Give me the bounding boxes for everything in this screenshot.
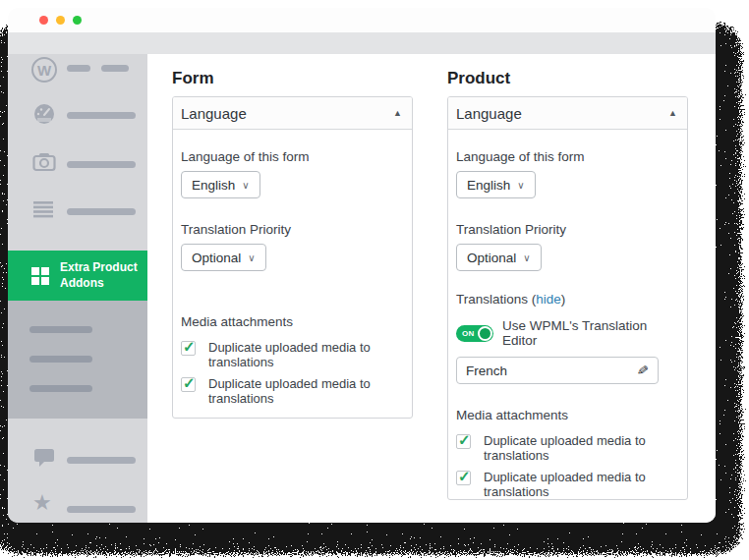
form-language-card-header[interactable]: Language ▲ [173,97,412,130]
product-priority-label: Translation Priority [456,222,679,237]
form-panel: Form Language ▲ Language of this form En… [172,69,413,523]
checkbox-checked-icon[interactable]: ✓ [456,471,471,485]
translations-heading: Translations (hide) [456,292,679,307]
sidebar-submenu-placeholder [8,301,147,419]
window-titlebar [8,8,716,32]
wp-admin-sidebar: W [8,54,147,523]
toggle-on-switch[interactable]: ON [456,325,493,342]
placeholder-line [67,208,136,215]
collapse-arrow-icon[interactable]: ▲ [668,108,677,118]
product-language-card: Language ▲ Language of this form English… [447,96,688,500]
product-priority-value: Optional [467,251,516,265]
toggle-label: Use WPML's Translation Editor [502,318,679,348]
checkbox-checked-icon[interactable]: ✓ [181,377,196,392]
hide-link[interactable]: hide [536,292,561,307]
product-language-card-header[interactable]: Language ▲ [448,97,687,130]
wordpress-logo-icon: W [31,57,57,83]
pencil-edit-icon[interactable]: ✎ [636,362,650,378]
product-duplicate-media-checkbox-row-1[interactable]: ✓ Duplicate uploaded media to translatio… [456,433,679,464]
toggle-knob [478,326,492,341]
admin-bar-placeholder [8,32,716,54]
form-priority-select[interactable]: Optional ∨ [181,244,266,271]
card-title: Language [181,105,247,122]
product-language-label: Language of this form [456,149,679,164]
camera-icon [32,152,56,176]
form-panel-title: Form [172,69,413,88]
placeholder-line [67,112,136,119]
checkbox-checked-icon[interactable]: ✓ [181,341,196,356]
form-media-label: Media attachments [181,314,404,329]
translation-language-value: French [466,364,507,378]
form-priority-label: Translation Priority [181,222,404,237]
placeholder-line [29,385,92,392]
form-duplicate-media-checkbox-row-1[interactable]: ✓ Duplicate uploaded media to translatio… [181,340,404,370]
grid-icon [31,267,48,284]
placeholder-line [67,506,136,513]
sidebar-item-extra-product-addons[interactable]: Extra Product Addons [8,251,147,301]
chevron-down-icon: ∨ [517,180,524,191]
product-priority-select[interactable]: Optional ∨ [456,244,542,271]
form-language-select[interactable]: English ∨ [181,171,260,198]
placeholder-line [67,457,136,464]
chevron-down-icon: ∨ [242,180,249,191]
product-panel: Product Language ▲ Language of this form… [447,69,688,523]
comment-icon [34,449,54,472]
product-language-select[interactable]: English ∨ [456,171,536,198]
zoom-window-icon[interactable] [73,16,82,25]
star-icon: ★ [32,492,52,514]
form-language-label: Language of this form [181,149,404,164]
translation-editor-toggle-row: ON Use WPML's Translation Editor [456,318,679,348]
product-language-value: English [467,178,510,193]
checkbox-label: Duplicate uploaded media to translations [484,433,665,464]
checkbox-checked-icon[interactable]: ✓ [456,434,471,449]
toggle-state-label: ON [462,329,475,338]
checkbox-label: Duplicate uploaded media to translations [208,340,390,370]
checkbox-label: Duplicate uploaded media to translations [484,470,665,500]
content-area: Form Language ▲ Language of this form En… [147,54,716,523]
collapse-arrow-icon[interactable]: ▲ [393,108,402,118]
product-duplicate-media-checkbox-row-2[interactable]: ✓ Duplicate uploaded media to translatio… [456,470,679,500]
card-title: Language [456,105,522,122]
chevron-down-icon: ∨ [523,252,530,263]
placeholder-line [29,326,92,333]
placeholder-line [67,161,136,168]
translation-language-field[interactable]: French ✎ [456,357,659,384]
minimize-window-icon[interactable] [56,16,65,25]
placeholder-line [101,65,129,72]
product-media-label: Media attachments [456,408,679,422]
translations-label: Translations [456,292,528,307]
placeholder-line [29,356,92,363]
form-priority-value: Optional [192,251,241,265]
checkbox-label: Duplicate uploaded media to translations [208,376,390,407]
form-language-card: Language ▲ Language of this form English… [172,96,413,419]
form-duplicate-media-checkbox-row-2[interactable]: ✓ Duplicate uploaded media to translatio… [181,376,404,407]
sidebar-item-label: Extra Product Addons [60,260,139,291]
browser-window: W [8,8,716,523]
close-window-icon[interactable] [39,16,48,25]
placeholder-line [67,65,90,72]
form-language-value: English [192,178,235,193]
dashboard-gauge-icon [33,103,55,129]
product-panel-title: Product [447,69,688,88]
list-lines-icon [33,201,53,222]
chevron-down-icon: ∨ [248,252,255,263]
